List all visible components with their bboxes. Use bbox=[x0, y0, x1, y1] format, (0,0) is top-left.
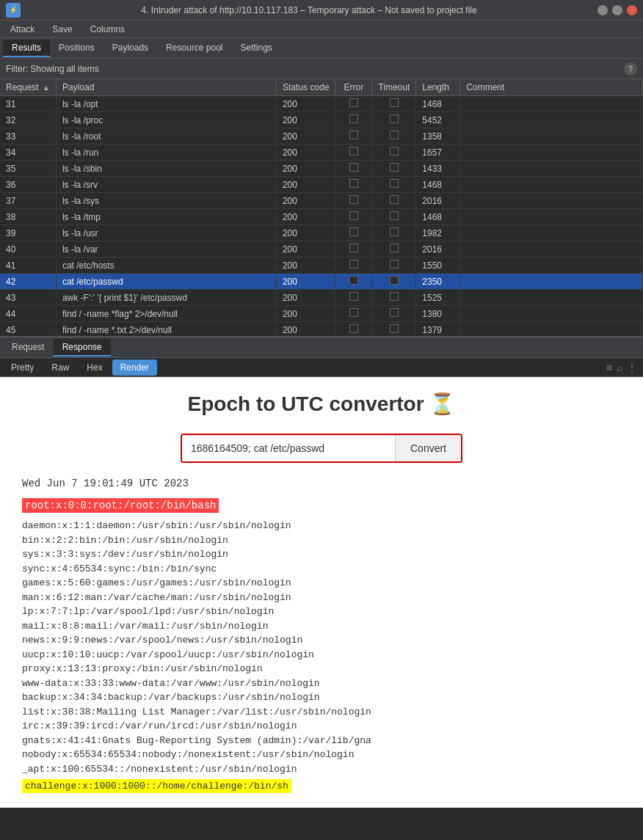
table-row[interactable]: 45 find / -name *.txt 2>/dev/null 200 13… bbox=[0, 322, 643, 337]
header-length[interactable]: Length bbox=[416, 79, 460, 96]
timeout-checkbox[interactable] bbox=[390, 114, 399, 123]
word-wrap-icon[interactable]: ≡ bbox=[606, 362, 612, 373]
header-status[interactable]: Status code bbox=[276, 79, 335, 96]
table-row[interactable]: 40 ls -la /var 200 2016 bbox=[0, 241, 643, 258]
timeout-checkbox[interactable] bbox=[390, 244, 399, 252]
table-row[interactable]: 42 cat /etc/passwd 200 2350 bbox=[0, 274, 643, 290]
cell-payload: find / -name *.txt 2>/dev/null bbox=[56, 322, 276, 337]
table-row[interactable]: 38 ls -la /tmp 200 1468 bbox=[0, 209, 643, 225]
error-checkbox[interactable] bbox=[349, 114, 358, 123]
error-checkbox[interactable] bbox=[349, 179, 358, 188]
error-checkbox[interactable] bbox=[349, 308, 358, 317]
header-comment[interactable]: Comment bbox=[460, 79, 643, 96]
error-checkbox[interactable] bbox=[349, 227, 358, 236]
timeout-checkbox[interactable] bbox=[390, 98, 399, 107]
error-checkbox[interactable] bbox=[349, 147, 358, 156]
header-payload[interactable]: Payload bbox=[56, 79, 276, 96]
passwd-entry: daemon:x:1:1:daemon:/usr/sbin:/usr/sbin/… bbox=[22, 519, 621, 533]
table-row[interactable]: 36 ls -la /srv 200 1468 bbox=[0, 177, 643, 193]
cell-status: 200 bbox=[276, 274, 335, 290]
table-row[interactable]: 34 ls -la /run 200 1657 bbox=[0, 145, 643, 161]
error-checkbox[interactable] bbox=[349, 292, 358, 301]
error-checkbox[interactable] bbox=[349, 244, 358, 252]
error-checkbox[interactable] bbox=[349, 276, 358, 285]
timeout-checkbox[interactable] bbox=[390, 163, 399, 172]
title-bar: ⚡ 4. Intruder attack of http://10.10.117… bbox=[0, 0, 643, 21]
timeout-checkbox[interactable] bbox=[390, 179, 399, 188]
search-icon[interactable]: ⌕ bbox=[617, 362, 622, 373]
timeout-checkbox[interactable] bbox=[390, 260, 399, 269]
cell-comment bbox=[460, 177, 643, 193]
timeout-checkbox[interactable] bbox=[390, 147, 399, 156]
table-row[interactable]: 31 ls -la /opt 200 1468 bbox=[0, 96, 643, 112]
timeout-checkbox[interactable] bbox=[390, 292, 399, 301]
cell-length: 2350 bbox=[416, 274, 460, 290]
sub-tab-hex[interactable]: Hex bbox=[79, 359, 110, 376]
cell-payload: ls -la /tmp bbox=[56, 209, 276, 225]
table-row[interactable]: 39 ls -la /usr 200 1982 bbox=[0, 225, 643, 241]
passwd-entry: nobody:x:65534:65534:nobody:/nonexistent… bbox=[22, 748, 621, 762]
menu-columns[interactable]: Columns bbox=[86, 23, 129, 36]
timeout-checkbox[interactable] bbox=[390, 195, 399, 204]
passwd-entry: games:x:5:60:games:/usr/games:/usr/sbin/… bbox=[22, 576, 621, 591]
tab-settings[interactable]: Settings bbox=[231, 40, 280, 57]
epoch-input-wrapper: Convert bbox=[181, 434, 462, 463]
error-checkbox[interactable] bbox=[349, 324, 358, 333]
error-checkbox[interactable] bbox=[349, 260, 358, 269]
timeout-checkbox[interactable] bbox=[390, 211, 399, 220]
passwd-output: Wed Jun 7 19:01:49 UTC 2023 root:x:0:0:r… bbox=[22, 478, 621, 793]
cell-timeout bbox=[372, 274, 416, 290]
table-row[interactable]: 32 ls -la /proc 200 5452 bbox=[0, 112, 643, 128]
cell-status: 200 bbox=[276, 112, 335, 128]
header-request[interactable]: Request ▲ bbox=[0, 79, 56, 96]
cell-error bbox=[335, 177, 372, 193]
cell-error bbox=[335, 322, 372, 337]
timeout-checkbox[interactable] bbox=[390, 227, 399, 236]
error-checkbox[interactable] bbox=[349, 211, 358, 220]
more-options-icon[interactable]: ⋮ bbox=[627, 362, 637, 373]
sub-tab-raw[interactable]: Raw bbox=[43, 359, 77, 376]
menu-attack[interactable]: Attack bbox=[6, 23, 39, 36]
tab-payloads[interactable]: Payloads bbox=[103, 40, 157, 57]
sub-tab-pretty[interactable]: Pretty bbox=[3, 359, 42, 376]
cell-timeout bbox=[372, 128, 416, 145]
header-error[interactable]: Error bbox=[335, 79, 372, 96]
app-icon: ⚡ bbox=[6, 3, 21, 18]
convert-button[interactable]: Convert bbox=[395, 435, 461, 461]
cell-payload: ls -la /srv bbox=[56, 177, 276, 193]
error-checkbox[interactable] bbox=[349, 195, 358, 204]
error-checkbox[interactable] bbox=[349, 131, 358, 139]
timeout-checkbox[interactable] bbox=[390, 131, 399, 139]
close-button[interactable] bbox=[627, 5, 637, 15]
cell-status: 200 bbox=[276, 258, 335, 274]
tab-results[interactable]: Results bbox=[3, 40, 50, 57]
epoch-input[interactable] bbox=[182, 435, 395, 461]
table-row[interactable]: 33 ls -la /root 200 1358 bbox=[0, 128, 643, 145]
tab-resource-pool[interactable]: Resource pool bbox=[157, 40, 231, 57]
cell-error bbox=[335, 290, 372, 306]
table-row[interactable]: 44 find / -name *flag* 2>/dev/null 200 1… bbox=[0, 306, 643, 322]
panel-action-icons: ≡ ⌕ ⋮ bbox=[606, 362, 640, 373]
sub-tab-render[interactable]: Render bbox=[112, 359, 157, 376]
minimize-button[interactable] bbox=[597, 5, 608, 15]
table-row[interactable]: 37 ls -la /sys 200 2016 bbox=[0, 193, 643, 209]
tab-positions[interactable]: Positions bbox=[50, 40, 103, 57]
table-row[interactable]: 41 cat /etc/hosts 200 1550 bbox=[0, 258, 643, 274]
table-header-row: Request ▲ Payload Status code Error Time… bbox=[0, 79, 643, 96]
error-checkbox[interactable] bbox=[349, 98, 358, 107]
table-row[interactable]: 43 awk -F':' '{ print $1}' /etc/passwd 2… bbox=[0, 290, 643, 306]
timeout-checkbox[interactable] bbox=[390, 308, 399, 317]
cell-status: 200 bbox=[276, 161, 335, 177]
timeout-checkbox[interactable] bbox=[390, 324, 399, 333]
panel-tab-request[interactable]: Request bbox=[3, 339, 54, 357]
menu-save[interactable]: Save bbox=[48, 23, 76, 36]
panel-tab-response[interactable]: Response bbox=[54, 339, 111, 357]
header-timeout[interactable]: Timeout bbox=[372, 79, 416, 96]
help-button[interactable]: ? bbox=[624, 62, 637, 76]
maximize-button[interactable] bbox=[612, 5, 622, 15]
results-table-container: Request ▲ Payload Status code Error Time… bbox=[0, 79, 643, 336]
cell-comment bbox=[460, 290, 643, 306]
error-checkbox[interactable] bbox=[349, 163, 358, 172]
table-row[interactable]: 35 ls -la /sbin 200 1433 bbox=[0, 161, 643, 177]
timeout-checkbox[interactable] bbox=[390, 276, 399, 285]
